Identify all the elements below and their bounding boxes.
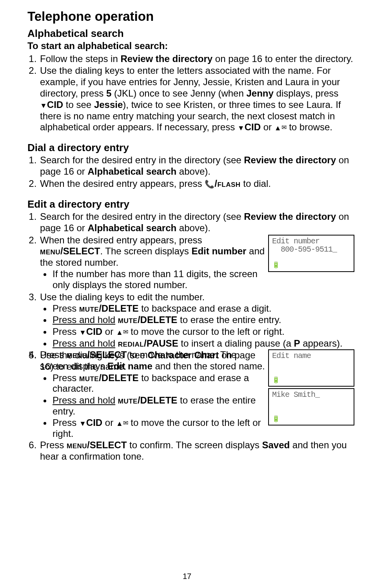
text: or — [102, 417, 116, 428]
text: or — [261, 122, 274, 132]
text-underline: Press and hold — [53, 314, 115, 325]
cid-label: CID — [86, 326, 102, 337]
text-bold: Alphabetical search — [87, 166, 176, 177]
section-edit-heading: Edit a directory entry — [27, 198, 354, 210]
text-underline: Press and hold — [53, 395, 115, 405]
text: (JKL) once to see Jenny (when — [111, 88, 246, 99]
text: above). — [176, 223, 211, 233]
flash-label: /flash — [214, 178, 240, 189]
text: Press — [40, 440, 67, 450]
edit-step-2-bullet: If the number has more than 11 digits, t… — [52, 268, 265, 290]
text: Search for the desired entry in the dire… — [40, 211, 244, 222]
cid-label: CID — [245, 122, 261, 132]
edit-5-bullet-1: Press mute/DELETE to backspace and erase… — [52, 373, 263, 394]
lcd-line-1: Edit number — [272, 237, 350, 245]
text: Press — [53, 373, 79, 383]
mute-label: mute — [118, 314, 138, 325]
delete-label: /DELETE — [138, 314, 177, 325]
text: Press — [53, 303, 79, 314]
lcd-line-2: 800-595-9511_ — [272, 245, 350, 254]
down-icon — [40, 99, 47, 110]
menu-label: menu — [67, 440, 87, 450]
text-bold: Jenny — [246, 88, 273, 99]
text: appears). — [300, 338, 343, 349]
book-icon — [123, 417, 128, 428]
text: and then the stored name. — [153, 361, 265, 371]
section-alpha-heading: Alphabetical search — [27, 27, 354, 40]
text: . The screen displays — [100, 246, 191, 256]
mute-label: mute — [79, 303, 99, 314]
down-icon — [79, 326, 86, 337]
edit-5-bullet-3: Press CID or to move the cursor to the l… — [52, 417, 275, 439]
text-bold: Edit number — [191, 246, 246, 256]
lcd-line-1: Edit name — [272, 352, 350, 360]
alpha-subheading: To start an alphabetical search: — [27, 40, 354, 52]
text: Use the dialing keys (see — [40, 350, 148, 360]
edit-5-bullet-2: Press and hold mute/DELETE to erase the … — [52, 395, 263, 416]
redial-label: redial — [118, 338, 144, 349]
text: Follow the steps in — [40, 53, 120, 64]
cid-label: CID — [47, 99, 63, 110]
text: to insert a dialing pause (a — [178, 338, 294, 349]
select-label: /SELECT — [87, 440, 127, 450]
talk-icon: 📞 — [205, 180, 214, 188]
text: to see — [63, 99, 94, 110]
text: to browse. — [287, 122, 332, 132]
text: Search for the desired entry in the dire… — [40, 155, 244, 165]
text: to backspace and erase a digit. — [139, 303, 272, 314]
menu-label: menu — [40, 246, 60, 256]
dial-step-2: When the desired entry appears, press 📞/… — [39, 178, 354, 190]
edit-3-bullet-4: Press and hold redial/PAUSE to insert a … — [52, 338, 354, 349]
text-bold: Review the directory — [120, 53, 212, 64]
dial-steps: Search for the desired entry in the dire… — [27, 155, 354, 189]
battery-icon: 🔋 — [272, 262, 350, 269]
text-bold: Character Chart — [148, 350, 219, 360]
down-icon — [238, 122, 245, 132]
text: Press — [53, 326, 79, 337]
dial-step-1: Search for the desired entry in the dire… — [39, 155, 354, 177]
mute-label: mute — [118, 395, 138, 405]
text-bold: Review the directory — [244, 155, 336, 165]
edit-step-3: Use the dialing keys to edit the number.… — [39, 292, 354, 349]
mute-label: mute — [79, 373, 99, 383]
section-dial-heading: Dial a directory entry — [27, 142, 354, 154]
lcd-edit-name: Edit name 🔋 — [268, 349, 354, 387]
select-label: /SELECT — [60, 246, 100, 256]
text: When the desired entry appears, press — [40, 178, 205, 189]
cid-label: CID — [86, 417, 102, 428]
pause-label: /PAUSE — [144, 338, 178, 349]
alpha-step-1: Follow the steps in Review the directory… — [39, 53, 354, 65]
alpha-step-2: Use the dialing keys to enter the letter… — [39, 65, 354, 133]
text: to confirm. The screen displays — [127, 440, 262, 450]
text: on page 16 to enter the directory. — [212, 53, 353, 64]
text-bold: Review the directory — [244, 211, 336, 222]
edit-steps-cont2: Press menu/SELECT to confirm. The screen… — [27, 440, 354, 462]
edit-3-bullet-3: Press CID or to move the cursor to the l… — [52, 326, 354, 337]
edit-step-2: When the desired entry appears, press me… — [39, 235, 354, 291]
down-icon — [79, 417, 86, 428]
up-icon — [116, 417, 123, 428]
text: to dial. — [241, 178, 271, 189]
text-bold: Jessie — [94, 99, 123, 110]
text-underline: Press and hold — [53, 338, 115, 349]
text: above). — [176, 166, 211, 177]
delete-label: /DELETE — [99, 303, 138, 314]
edit-3-bullet-1: Press mute/DELETE to backspace and erase… — [52, 303, 354, 314]
text: Press — [53, 417, 79, 428]
lcd-mike-smith: Mike Smith_ 🔋 — [268, 388, 354, 425]
text-bold: Alphabetical search — [87, 223, 176, 233]
up-icon — [274, 122, 281, 132]
edit-3-bullet-2: Press and hold mute/DELETE to erase the … — [52, 314, 354, 325]
delete-label: /DELETE — [138, 395, 177, 405]
book-icon — [281, 122, 287, 132]
text: displays, press — [274, 88, 338, 99]
text: When the desired entry appears, press — [40, 235, 202, 245]
key-5: 5 — [106, 88, 111, 99]
text: Use the dialing keys to edit the number. — [40, 292, 205, 302]
battery-icon: 🔋 — [272, 416, 350, 423]
text: to erase the entire entry. — [177, 314, 281, 325]
page-number: 17 — [0, 572, 374, 581]
delete-label: /DELETE — [99, 373, 138, 383]
lcd-edit-number: Edit number 800-595-9511_ 🔋 — [268, 235, 354, 272]
edit-step-1: Search for the desired entry in the dire… — [39, 211, 354, 234]
